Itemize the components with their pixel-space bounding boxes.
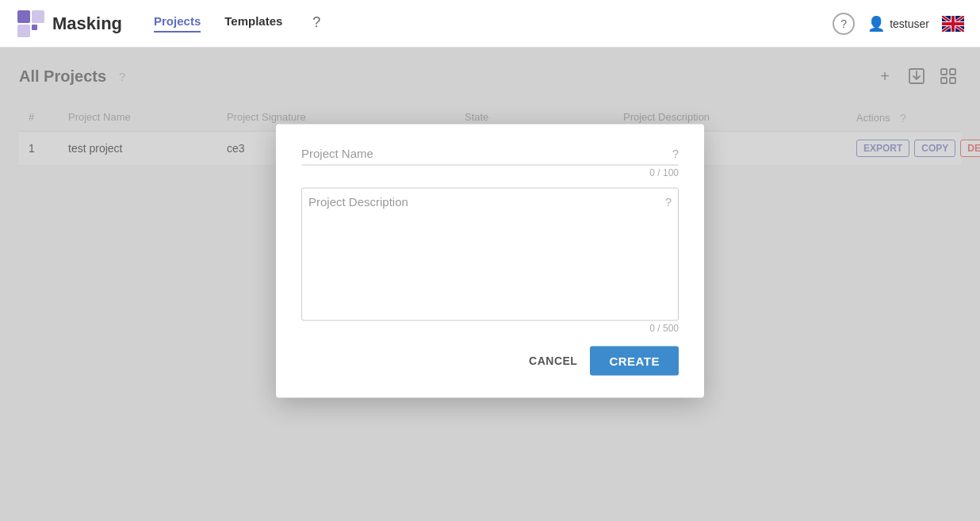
project-description-help-icon[interactable]: ? — [665, 194, 672, 208]
create-button[interactable]: CREATE — [590, 346, 679, 375]
nav-help-icon[interactable]: ? — [312, 14, 320, 33]
svg-rect-2 — [17, 25, 30, 37]
user-icon: 👤 — [867, 15, 885, 33]
modal-footer: CANCEL CREATE — [301, 346, 679, 375]
brand-logo — [16, 9, 46, 39]
project-name-field: ? 0 / 100 — [301, 146, 679, 178]
brand: Masking — [16, 9, 122, 39]
nav-templates[interactable]: Templates — [224, 14, 282, 33]
project-name-input[interactable] — [301, 146, 668, 159]
project-description-char-count: 0 / 500 — [301, 322, 679, 333]
project-name-input-row: ? — [301, 146, 679, 165]
uk-flag-icon[interactable] — [942, 16, 964, 32]
user-name: testuser — [890, 17, 929, 30]
navbar: Masking Projects Templates ? ? 👤 testuse… — [0, 0, 980, 48]
nav-projects[interactable]: Projects — [154, 14, 201, 33]
nav-help-right-icon[interactable]: ? — [833, 13, 855, 35]
create-project-modal: ? 0 / 100 ? 0 / 500 CANCEL CREATE — [276, 124, 704, 397]
svg-rect-1 — [32, 10, 44, 23]
project-name-char-count: 0 / 100 — [301, 167, 679, 178]
project-description-textarea-row: ? — [301, 187, 679, 320]
svg-rect-3 — [32, 25, 37, 30]
project-description-field: ? 0 / 500 — [301, 187, 679, 333]
user-info: 👤 testuser — [867, 15, 929, 33]
project-description-input[interactable] — [308, 194, 660, 313]
svg-rect-0 — [17, 10, 30, 23]
brand-name: Masking — [52, 13, 122, 34]
cancel-button[interactable]: CANCEL — [529, 354, 577, 367]
nav-right: ? 👤 testuser — [833, 13, 964, 35]
project-name-help-icon[interactable]: ? — [672, 146, 679, 159]
nav-links: Projects Templates ? — [154, 14, 833, 33]
